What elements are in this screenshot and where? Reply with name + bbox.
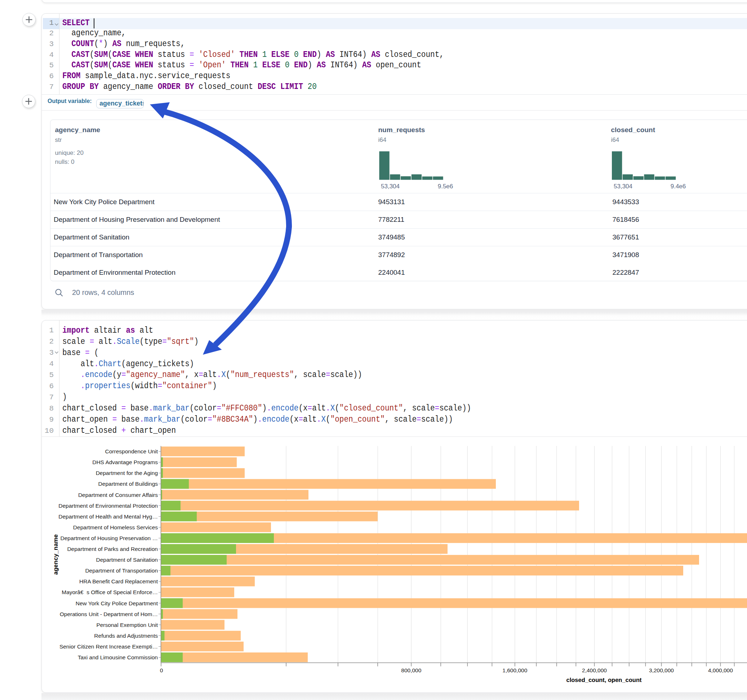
svg-text:53,304: 53,304: [381, 183, 400, 190]
svg-text:Department of Buildings: Department of Buildings: [98, 481, 158, 487]
svg-text:Department of Transportation: Department of Transportation: [85, 567, 158, 573]
svg-text:Mayorâ€ s Office of Special E: Mayorâ€ s Office of Special Enforce…: [62, 589, 158, 595]
svg-text:2,400,000: 2,400,000: [582, 667, 607, 673]
svg-text:Operations Unit - Department o: Operations Unit - Department of Hom…: [60, 611, 158, 617]
svg-text:Personal Exemption Unit: Personal Exemption Unit: [96, 622, 158, 628]
svg-text:800,000: 800,000: [401, 667, 421, 673]
svg-text:Department for the Aging: Department for the Aging: [96, 470, 158, 476]
svg-text:Department of Housing Preserva: Department of Housing Preservation …: [60, 535, 158, 541]
svg-text:1,600,000: 1,600,000: [502, 667, 527, 673]
svg-text:9.4e6: 9.4e6: [671, 183, 686, 190]
svg-text:53,304: 53,304: [614, 183, 632, 190]
svg-text:Senior Citizen Rent Increase E: Senior Citizen Rent Increase Exempti…: [59, 643, 158, 650]
svg-text:4,000,000: 4,000,000: [708, 667, 733, 673]
svg-text:Taxi and Limousine Commission: Taxi and Limousine Commission: [78, 654, 158, 661]
svg-text:Department of Consumer Affairs: Department of Consumer Affairs: [78, 492, 158, 498]
svg-text:HRA Benefit Card Replacement: HRA Benefit Card Replacement: [79, 578, 158, 584]
svg-text:Correspondence Unit: Correspondence Unit: [105, 448, 158, 454]
svg-text:Department of Environmental Pr: Department of Environmental Protection: [58, 503, 158, 509]
svg-text:0: 0: [160, 667, 163, 673]
svg-text:Department of Health and Menta: Department of Health and Mental Hyg…: [58, 513, 158, 520]
svg-text:DHS Advantage Programs: DHS Advantage Programs: [92, 459, 158, 465]
svg-text:Department of Sanitation: Department of Sanitation: [96, 557, 158, 563]
svg-text:9.5e6: 9.5e6: [438, 183, 453, 190]
svg-text:closed_count, open_count: closed_count, open_count: [566, 677, 642, 683]
svg-text:Department of Homeless Service: Department of Homeless Services: [73, 524, 158, 530]
svg-text:Refunds and Adjustments: Refunds and Adjustments: [94, 633, 158, 639]
svg-text:agency_name: agency_name: [52, 534, 59, 575]
svg-text:New York City Police Departmen: New York City Police Department: [76, 600, 158, 606]
svg-text:3,200,000: 3,200,000: [649, 667, 674, 673]
svg-text:Department of Parks and Recrea: Department of Parks and Recreation: [67, 546, 158, 552]
